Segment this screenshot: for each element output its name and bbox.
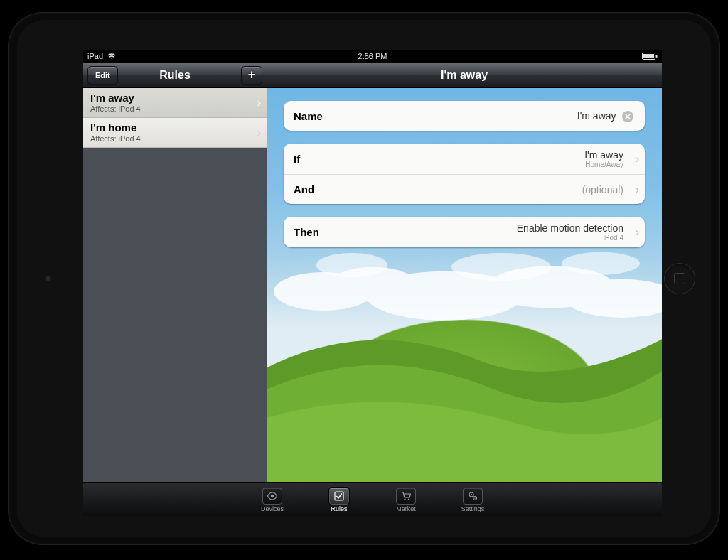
- edit-button[interactable]: Edit: [87, 66, 118, 85]
- row-label: And: [294, 183, 314, 195]
- home-button[interactable]: [664, 263, 695, 294]
- ipad-bezel: iPad 2:56 PM: [17, 20, 711, 537]
- gears-icon: [463, 488, 483, 505]
- screen: iPad 2:56 PM: [83, 50, 662, 516]
- form: Name I'm away: [267, 88, 662, 260]
- tab-bar: Devices Rules Market: [83, 482, 662, 516]
- eye-icon: [262, 488, 282, 505]
- tab-rules[interactable]: Rules: [323, 488, 355, 512]
- if-value: I'm away: [584, 149, 623, 161]
- tab-settings[interactable]: Settings: [456, 488, 489, 512]
- carrier-label: iPad: [87, 52, 103, 60]
- cart-icon: [396, 488, 416, 505]
- rule-subtitle: Affects: iPod 4: [90, 104, 259, 113]
- tab-label: Market: [396, 505, 416, 512]
- rule-item-im-home[interactable]: I'm home Affects: iPod 4 ›: [83, 118, 267, 148]
- tab-label: Rules: [331, 505, 347, 512]
- svg-point-14: [408, 498, 410, 500]
- row-label: If: [294, 153, 300, 165]
- sidebar-empty: [83, 148, 267, 482]
- sidebar: Edit Rules + I'm away Affects: iPod 4 ›: [83, 63, 267, 482]
- chevron-right-icon: ›: [636, 183, 639, 196]
- wifi-icon: [107, 53, 116, 60]
- then-subvalue: iPod 4: [517, 234, 623, 242]
- front-camera: [46, 276, 51, 281]
- row-label: Name: [294, 110, 323, 122]
- tab-label: Settings: [461, 505, 485, 512]
- tab-devices[interactable]: Devices: [256, 488, 289, 512]
- status-bar: iPad 2:56 PM: [83, 50, 662, 63]
- name-card: Name I'm away: [284, 101, 645, 131]
- check-icon: [329, 488, 349, 505]
- condition-card: If I'm away Home/Away › And: [284, 144, 645, 204]
- tab-market[interactable]: Market: [390, 488, 422, 512]
- if-row[interactable]: If I'm away Home/Away ›: [284, 144, 645, 174]
- if-subvalue: Home/Away: [584, 161, 623, 168]
- chevron-right-icon: ›: [636, 153, 639, 166]
- chevron-right-icon: ›: [636, 226, 639, 239]
- sidebar-navbar: Edit Rules +: [83, 63, 267, 88]
- then-value: Enable motion detection: [517, 222, 623, 234]
- svg-rect-1: [643, 54, 654, 58]
- chevron-right-icon: ›: [257, 97, 261, 109]
- then-row[interactable]: Then Enable motion detection iPod 4 ›: [284, 217, 645, 247]
- name-value: I'm away: [577, 110, 616, 122]
- svg-point-18: [474, 497, 476, 499]
- clock: 2:56 PM: [358, 52, 387, 60]
- chevron-right-icon: ›: [257, 126, 261, 139]
- name-row[interactable]: Name I'm away: [284, 101, 645, 131]
- rule-list: I'm away Affects: iPod 4 › I'm home Affe…: [83, 88, 267, 148]
- and-value: (optional): [582, 184, 623, 195]
- svg-point-16: [471, 494, 472, 495]
- and-row[interactable]: And (optional) ›: [284, 174, 645, 204]
- rule-subtitle: Affects: iPod 4: [90, 134, 259, 143]
- rule-name: I'm home: [90, 122, 259, 134]
- ipad-frame: iPad 2:56 PM: [9, 13, 719, 544]
- rule-item-im-away[interactable]: I'm away Affects: iPod 4 ›: [83, 88, 267, 118]
- svg-rect-2: [656, 55, 658, 58]
- detail-navbar: I'm away: [267, 63, 662, 88]
- row-label: Then: [294, 226, 319, 238]
- app: Edit Rules + I'm away Affects: iPod 4 ›: [83, 63, 662, 516]
- svg-point-13: [404, 498, 405, 500]
- rule-name: I'm away: [90, 92, 259, 104]
- clear-name-button[interactable]: [622, 111, 633, 122]
- battery-icon: [642, 53, 658, 60]
- svg-point-11: [271, 495, 274, 497]
- background-hills: [267, 289, 662, 482]
- add-rule-button[interactable]: +: [241, 66, 262, 85]
- detail-pane: I'm away Name I'm away: [267, 63, 662, 482]
- detail-title: I'm away: [267, 69, 662, 82]
- action-card: Then Enable motion detection iPod 4 ›: [284, 217, 645, 247]
- tab-label: Devices: [261, 505, 284, 512]
- svg-rect-12: [335, 492, 343, 500]
